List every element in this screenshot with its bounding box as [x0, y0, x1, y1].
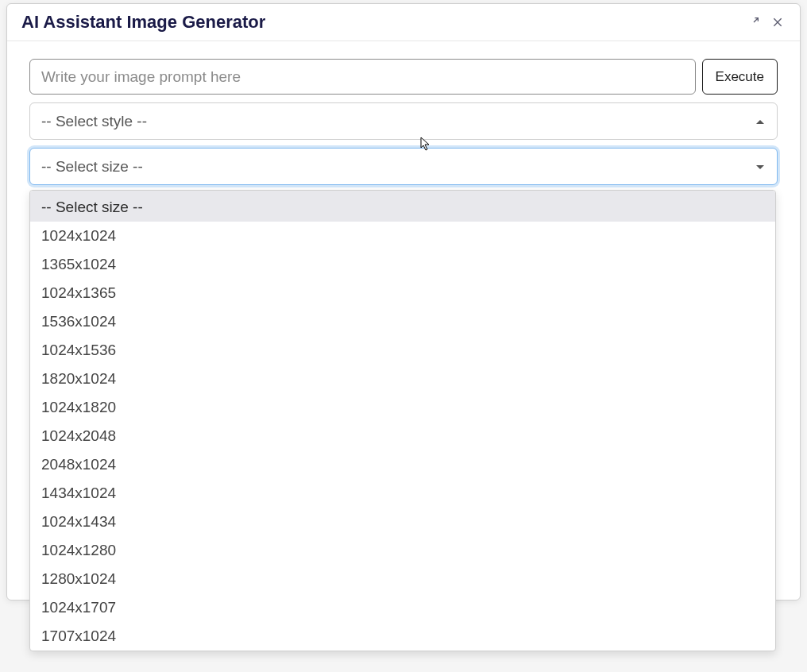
size-option[interactable]: 1024x1707 — [30, 593, 775, 622]
prompt-input[interactable] — [29, 59, 696, 95]
expand-icon[interactable] — [746, 14, 762, 30]
size-option[interactable]: 1024x1434 — [30, 508, 775, 536]
image-generator-dialog: AI Assistant Image Generator Execute -- … — [6, 3, 801, 601]
close-icon[interactable] — [770, 14, 786, 30]
size-option[interactable]: 1707x1024 — [30, 622, 775, 651]
size-option[interactable]: -- Select size -- — [30, 191, 775, 222]
chevron-up-icon — [756, 113, 764, 130]
size-option[interactable]: 1280x1024 — [30, 565, 775, 593]
size-option[interactable]: 1024x1536 — [30, 336, 775, 365]
style-select[interactable]: -- Select style -- — [29, 102, 778, 140]
size-option[interactable]: 2048x1024 — [30, 450, 775, 479]
size-option[interactable]: 1024x1365 — [30, 279, 775, 307]
style-select-value: -- Select style -- — [41, 113, 147, 130]
size-select-value: -- Select size -- — [41, 158, 143, 176]
size-select[interactable]: -- Select size -- — [29, 148, 778, 185]
size-option[interactable]: 1024x1280 — [30, 536, 775, 565]
size-option[interactable]: 1820x1024 — [30, 365, 775, 393]
size-select-wrap: -- Select size -- -- Select size --1024x… — [29, 148, 778, 185]
size-option[interactable]: 1024x1820 — [30, 393, 775, 422]
size-dropdown-list[interactable]: -- Select size --1024x10241365x10241024x… — [29, 190, 776, 651]
dialog-body: Execute -- Select style -- -- Select siz… — [7, 41, 800, 207]
dialog-title: AI Assistant Image Generator — [21, 12, 265, 33]
size-option[interactable]: 1024x1024 — [30, 222, 775, 250]
prompt-row: Execute — [29, 59, 778, 95]
chevron-down-icon — [756, 158, 764, 176]
header-actions — [746, 14, 786, 30]
size-option[interactable]: 1365x1024 — [30, 250, 775, 279]
size-option[interactable]: 1536x1024 — [30, 307, 775, 336]
style-select-wrap: -- Select style -- — [29, 102, 778, 140]
size-option[interactable]: 1434x1024 — [30, 479, 775, 508]
dialog-header: AI Assistant Image Generator — [7, 4, 800, 41]
size-option[interactable]: 1024x2048 — [30, 422, 775, 450]
execute-button[interactable]: Execute — [702, 59, 778, 95]
